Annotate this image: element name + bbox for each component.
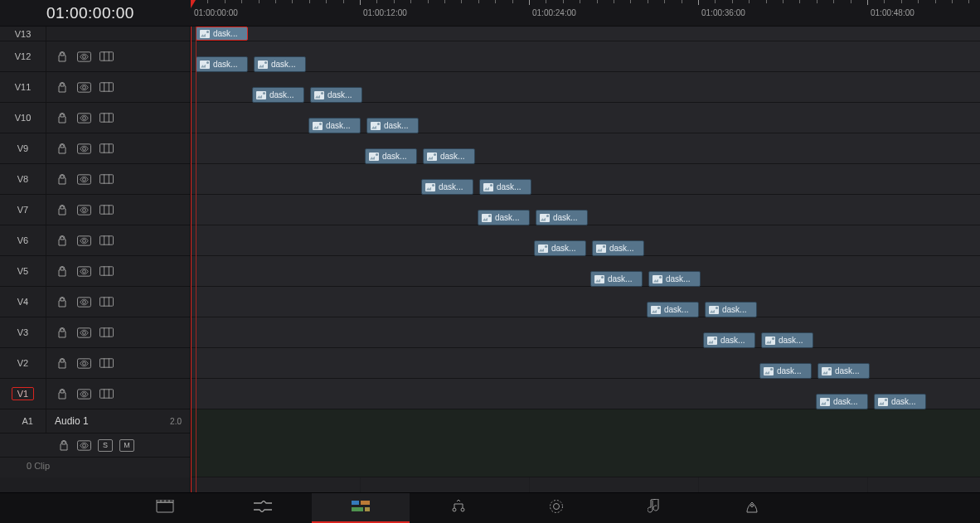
lock-icon[interactable] [55,296,69,308]
track-dest-a1[interactable]: A1 [17,414,39,428]
track-display-icon[interactable] [99,143,114,154]
track-display-icon[interactable] [99,235,114,246]
track-display-icon[interactable] [99,296,114,308]
track-dest-v13[interactable]: V13 [9,27,37,41]
auto-select-icon[interactable] [77,296,91,308]
clip[interactable]: dask... [648,271,701,287]
page-deliver[interactable] [703,493,801,523]
video-lane-v8[interactable] [191,164,980,195]
clip[interactable]: dask... [703,332,755,348]
track-display-icon[interactable] [99,173,114,185]
playhead-line[interactable] [191,27,192,492]
current-timecode[interactable]: 01:00:00:00 [0,0,191,26]
clip[interactable]: dask... [423,148,475,164]
track-display-icon[interactable] [99,357,114,369]
track-header-v1[interactable]: V1 [0,379,190,409]
clip[interactable]: dask... [534,240,586,256]
auto-select-icon[interactable] [77,173,91,185]
video-lane-v13[interactable] [191,27,980,41]
auto-select-icon[interactable] [77,112,91,123]
track-header-v10[interactable]: V10 [0,103,190,133]
clip[interactable]: dask... [196,27,248,41]
track-dest-v3[interactable]: V3 [12,326,34,339]
track-dest-v10[interactable]: V10 [9,111,37,124]
video-lane-v9[interactable] [191,133,980,164]
video-lane-v11[interactable] [191,72,980,103]
track-header-v9[interactable]: V9 [0,133,190,164]
lock-icon[interactable] [55,357,69,369]
page-edit[interactable] [312,493,410,523]
track-header-v4[interactable]: V4 [0,287,190,317]
lock-icon[interactable] [55,327,69,338]
track-display-icon[interactable] [99,51,114,62]
clip[interactable]: dask... [479,179,531,195]
clip[interactable]: dask... [365,148,417,164]
video-lane-v5[interactable] [191,256,980,287]
audio-lane-a1[interactable] [191,409,980,477]
track-display-icon[interactable] [99,204,114,215]
page-cut[interactable] [214,493,312,523]
track-header-v11[interactable]: V11 [0,72,190,103]
page-media[interactable] [116,493,214,523]
clip[interactable]: dask... [536,210,588,225]
auto-select-icon[interactable] [77,235,91,246]
lock-icon[interactable] [55,388,69,400]
track-dest-v12[interactable]: V12 [9,50,37,63]
track-display-icon[interactable] [99,265,114,277]
clip[interactable]: dask... [761,332,813,348]
clip[interactable]: dask... [310,87,362,103]
lock-icon[interactable] [55,204,69,215]
track-header-v6[interactable]: V6 [0,225,190,256]
video-lane-v4[interactable] [191,287,980,317]
lock-icon[interactable] [55,51,69,62]
lock-icon[interactable] [55,143,69,154]
track-dest-v2[interactable]: V2 [12,356,34,370]
track-header-v2[interactable]: V2 [0,348,190,379]
lock-icon[interactable] [55,173,69,185]
clip[interactable]: dask... [308,118,361,133]
track-display-icon[interactable] [99,112,114,123]
lock-icon[interactable] [55,265,69,277]
track-dest-v8[interactable]: V8 [12,172,34,186]
clip[interactable]: dask... [478,210,530,225]
clip[interactable]: dask... [252,87,304,103]
track-dest-v11[interactable]: V11 [9,80,37,94]
auto-select-icon[interactable] [77,439,91,451]
page-fusion[interactable] [410,493,507,523]
timeline-tracks[interactable]: dask...dask...dask...dask...dask...dask.… [191,27,980,492]
track-header-v13[interactable]: V13 [0,27,190,41]
clip[interactable]: dask... [759,363,812,379]
video-lane-v3[interactable] [191,317,980,348]
timeline-ruler[interactable]: 01:00:00:0001:00:12:0001:00:24:0001:00:3… [191,0,980,26]
auto-select-icon[interactable] [77,327,91,338]
track-header-v12[interactable]: V12 [0,41,190,72]
clip[interactable]: dask... [816,394,868,409]
clip[interactable]: dask... [592,240,644,256]
auto-select-icon[interactable] [77,51,91,62]
auto-select-icon[interactable] [77,204,91,215]
track-header-v7[interactable]: V7 [0,195,190,225]
clip[interactable]: dask... [705,302,757,317]
track-header-v5[interactable]: V5 [0,256,190,287]
video-lane-v12[interactable] [191,41,980,72]
clip[interactable]: dask... [874,394,926,409]
solo-button[interactable]: S [98,439,113,452]
clip[interactable]: dask... [590,271,643,287]
auto-select-icon[interactable] [77,143,91,154]
track-dest-v1[interactable]: V1 [12,387,34,400]
track-display-icon[interactable] [99,81,114,93]
lock-icon[interactable] [55,112,69,123]
page-color[interactable] [507,493,605,523]
clip[interactable]: dask... [421,179,473,195]
auto-select-icon[interactable] [77,265,91,277]
track-header-v3[interactable]: V3 [0,317,190,348]
mute-button[interactable]: M [119,439,134,452]
track-display-icon[interactable] [99,327,114,338]
clip[interactable]: dask... [647,302,699,317]
clip[interactable]: dask... [366,118,419,133]
lock-icon[interactable] [55,81,69,93]
auto-select-icon[interactable] [77,81,91,93]
lock-icon[interactable] [56,439,70,451]
track-header-v8[interactable]: V8 [0,164,190,195]
track-dest-v6[interactable]: V6 [12,234,34,247]
